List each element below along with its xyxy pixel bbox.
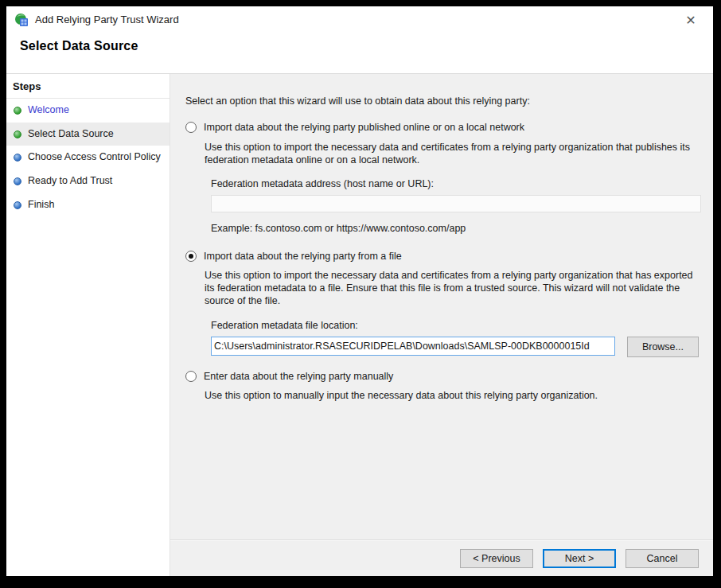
- wizard-footer: < Previous Next > Cancel: [170, 539, 713, 576]
- step-upcoming-icon: [14, 154, 21, 162]
- step-upcoming-icon: [14, 177, 21, 185]
- steps-sidebar: Steps Welcome Select Data Source Choose …: [6, 74, 170, 576]
- radio-import-file[interactable]: [185, 251, 197, 262]
- radio-import-online[interactable]: [185, 122, 197, 133]
- title-bar: Add Relying Party Trust Wizard ✕: [6, 6, 713, 33]
- step-label: Welcome: [28, 104, 69, 115]
- option-enter-manually[interactable]: Enter data about the relying party manua…: [185, 370, 699, 383]
- wizard-window: Add Relying Party Trust Wizard ✕ Select …: [6, 6, 713, 576]
- step-item-welcome[interactable]: Welcome: [6, 99, 170, 123]
- step-label: Choose Access Control Policy: [28, 151, 161, 162]
- metadata-address-example: Example: fs.contoso.com or https://www.c…: [211, 222, 699, 235]
- content-panel: Select an option that this wizard will u…: [170, 74, 713, 576]
- option-label: Import data about the relying party from…: [204, 250, 402, 263]
- step-label: Select Data Source: [28, 128, 114, 139]
- radio-enter-manually[interactable]: [185, 371, 197, 382]
- step-item-select-data-source[interactable]: Select Data Source: [6, 123, 170, 146]
- step-upcoming-icon: [14, 201, 21, 209]
- option-online-description: Use this option to import the necessary …: [205, 141, 699, 167]
- next-button[interactable]: Next >: [543, 549, 616, 568]
- metadata-address-input[interactable]: [211, 195, 701, 212]
- metadata-file-input[interactable]: [211, 337, 615, 356]
- step-label: Ready to Add Trust: [28, 175, 112, 186]
- option-import-file[interactable]: Import data about the relying party from…: [185, 250, 699, 263]
- page-title: Select Data Source: [20, 39, 713, 53]
- close-icon[interactable]: ✕: [680, 10, 702, 30]
- page-header: Select Data Source: [6, 33, 713, 73]
- intro-text: Select an option that this wizard will u…: [185, 95, 699, 107]
- cancel-button[interactable]: Cancel: [626, 549, 699, 568]
- window-title: Add Relying Party Trust Wizard: [35, 14, 179, 25]
- option-file-description: Use this option to import the necessary …: [205, 269, 699, 308]
- step-complete-icon: [14, 107, 21, 115]
- steps-header: Steps: [6, 77, 170, 99]
- adfs-app-icon: [14, 13, 29, 27]
- step-item-choose-access-control-policy[interactable]: Choose Access Control Policy: [6, 146, 170, 169]
- step-label: Finish: [28, 199, 54, 210]
- previous-button[interactable]: < Previous: [460, 549, 533, 568]
- option-label: Enter data about the relying party manua…: [204, 370, 393, 383]
- browse-button[interactable]: Browse...: [627, 337, 699, 357]
- option-manual-description: Use this option to manually input the ne…: [205, 389, 699, 402]
- option-import-online[interactable]: Import data about the relying party publ…: [185, 121, 699, 134]
- step-item-finish[interactable]: Finish: [6, 193, 170, 217]
- step-complete-icon: [14, 130, 21, 138]
- option-label: Import data about the relying party publ…: [204, 121, 524, 134]
- step-item-ready-to-add-trust[interactable]: Ready to Add Trust: [6, 169, 170, 193]
- metadata-file-label: Federation metadata file location:: [211, 319, 699, 332]
- metadata-address-label: Federation metadata address (host name o…: [211, 177, 699, 190]
